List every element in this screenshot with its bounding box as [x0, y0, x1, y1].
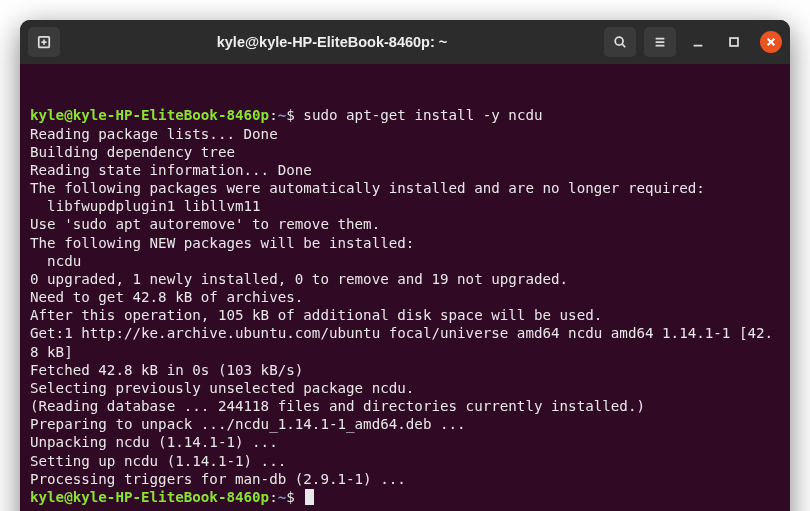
close-button[interactable] — [760, 31, 782, 53]
search-button[interactable] — [604, 27, 636, 57]
output-line: Setting up ncdu (1.14.1-1) ... — [30, 452, 780, 470]
cursor — [305, 489, 314, 505]
svg-point-3 — [615, 37, 623, 45]
output-line: The following packages were automaticall… — [30, 179, 780, 197]
minimize-button[interactable] — [684, 27, 712, 57]
prompt-line: kyle@kyle-HP-EliteBook-8460p:~$ — [30, 488, 780, 506]
prompt-path: ~ — [278, 107, 287, 123]
output-line: Need to get 42.8 kB of archives. — [30, 288, 780, 306]
terminal-output: Reading package lists... DoneBuilding de… — [30, 125, 780, 488]
terminal-body[interactable]: kyle@kyle-HP-EliteBook-8460p:~$ sudo apt… — [20, 64, 790, 511]
svg-rect-9 — [730, 38, 738, 46]
prompt-dollar: $ — [286, 107, 295, 123]
output-line: (Reading database ... 244118 files and d… — [30, 397, 780, 415]
output-line: Unpacking ncdu (1.14.1-1) ... — [30, 433, 780, 451]
maximize-button[interactable] — [720, 27, 748, 57]
command-line: kyle@kyle-HP-EliteBook-8460p:~$ sudo apt… — [30, 106, 780, 124]
output-line: 0 upgraded, 1 newly installed, 0 to remo… — [30, 270, 780, 288]
output-line: Building dependency tree — [30, 143, 780, 161]
prompt-user-host: kyle@kyle-HP-EliteBook-8460p — [30, 107, 269, 123]
output-line: Preparing to unpack .../ncdu_1.14.1-1_am… — [30, 415, 780, 433]
svg-line-4 — [622, 44, 625, 47]
output-line: Use 'sudo apt autoremove' to remove them… — [30, 215, 780, 233]
output-line: Selecting previously unselected package … — [30, 379, 780, 397]
output-line: After this operation, 105 kB of addition… — [30, 306, 780, 324]
output-line: ncdu — [30, 252, 780, 270]
titlebar: kyle@kyle-HP-EliteBook-8460p: ~ — [20, 20, 790, 64]
terminal-window: kyle@kyle-HP-EliteBook-8460p: ~ kyle@kyl… — [20, 20, 790, 511]
output-line: Fetched 42.8 kB in 0s (103 kB/s) — [30, 361, 780, 379]
prompt-colon: : — [269, 107, 278, 123]
window-title: kyle@kyle-HP-EliteBook-8460p: ~ — [66, 34, 598, 50]
output-line: Get:1 http://ke.archive.ubuntu.com/ubunt… — [30, 324, 780, 360]
output-line: Reading state information... Done — [30, 161, 780, 179]
new-tab-button[interactable] — [28, 27, 60, 57]
output-line: Processing triggers for man-db (2.9.1-1)… — [30, 470, 780, 488]
output-line: The following NEW packages will be insta… — [30, 234, 780, 252]
menu-button[interactable] — [644, 27, 676, 57]
output-line: libfwupdplugin1 libllvm11 — [30, 197, 780, 215]
output-line: Reading package lists... Done — [30, 125, 780, 143]
typed-command: sudo apt-get install -y ncdu — [303, 107, 542, 123]
